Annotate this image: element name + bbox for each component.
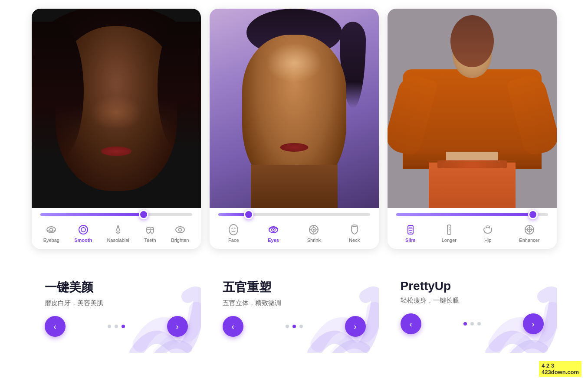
watermark: 4 2 3 423down.com	[539, 361, 581, 377]
card2-icons-row: Face Eyes	[210, 219, 379, 249]
card3-image	[388, 9, 557, 208]
brighten-label: Brighten	[171, 238, 189, 243]
neck-icon	[348, 224, 361, 236]
hip-icon	[482, 224, 494, 236]
card-beauty: Eyebag Smooth Nasolabial	[32, 9, 201, 249]
watermark-line2: 423down.com	[542, 369, 579, 375]
svg-point-12	[273, 229, 274, 231]
card3-slider-thumb[interactable]	[528, 210, 538, 219]
teeth-label: Teeth	[145, 238, 156, 243]
smooth-label: Smooth	[74, 238, 92, 243]
smooth-icon	[77, 224, 89, 236]
feature1-next-btn[interactable]: ›	[167, 316, 188, 337]
svg-point-1	[50, 228, 53, 231]
feature3-title: PrettyUp	[401, 279, 544, 293]
longer-label: Longer	[442, 238, 457, 243]
card1-slider-thumb[interactable]	[139, 210, 148, 219]
face-icon	[227, 224, 240, 236]
slim-icon	[404, 224, 417, 236]
feature3-prev-btn[interactable]: ‹	[401, 313, 421, 334]
feature2-dot-3	[299, 325, 303, 328]
card3-slider-track[interactable]	[396, 213, 548, 216]
svg-point-8	[178, 228, 181, 231]
feature3-dot-1	[463, 322, 467, 326]
svg-point-2	[79, 225, 88, 234]
card3-slider-fill	[396, 213, 533, 216]
feature1-dot-3	[122, 325, 125, 328]
card1-slider-track[interactable]	[40, 213, 192, 216]
feature-card-3: PrettyUp 轻松瘦身，一键长腿 ‹ ›	[388, 266, 557, 353]
card1-slider-area	[32, 208, 201, 219]
svg-point-15	[313, 229, 315, 231]
icon-nasolabial[interactable]: Nasolabial	[107, 224, 129, 243]
cards-row: Eyebag Smooth Nasolabial	[13, 9, 575, 249]
eyebag-icon	[45, 224, 57, 236]
feature3-next-btn[interactable]: ›	[523, 313, 544, 334]
icon-enhancer[interactable]: Enhancer	[519, 224, 539, 243]
brighten-icon	[174, 224, 186, 236]
feature2-subtitle: 五官立体，精致微调	[223, 299, 366, 307]
eyebag-label: Eyebag	[43, 238, 59, 243]
card3-slider-area	[388, 208, 557, 219]
nasolabial-label: Nasolabial	[107, 238, 129, 243]
nasolabial-icon	[112, 224, 124, 236]
hip-label: Hip	[484, 238, 492, 243]
icon-face[interactable]: Face	[227, 224, 240, 243]
icon-teeth[interactable]: Teeth	[144, 224, 156, 243]
icon-slim[interactable]: Slim	[404, 224, 417, 243]
feature3-nav: ‹ ›	[401, 313, 544, 334]
icon-eyebag[interactable]: Eyebag	[43, 224, 59, 243]
feature2-title: 五官重塑	[223, 279, 366, 296]
card1-image	[32, 9, 201, 208]
feature2-dot-2	[292, 325, 296, 328]
feature-card-1: 一键美颜 磨皮白牙，美容美肌 ‹ ›	[32, 266, 201, 353]
longer-icon	[443, 224, 455, 236]
svg-point-9	[229, 225, 238, 235]
neck-label: Neck	[349, 238, 360, 243]
svg-rect-16	[408, 225, 413, 234]
feature2-nav: ‹ ›	[223, 316, 366, 337]
feature1-dot-2	[115, 325, 118, 328]
feature3-dot-3	[477, 322, 481, 326]
feature2-next-btn[interactable]: ›	[345, 316, 366, 337]
card-reshape: Face Eyes	[210, 9, 379, 249]
card2-image	[210, 9, 379, 208]
feature2-dots	[286, 325, 303, 328]
feature1-subtitle: 磨皮白牙，美容美肌	[45, 299, 188, 307]
icon-smooth[interactable]: Smooth	[74, 224, 92, 243]
shrink-icon	[308, 224, 320, 236]
icon-hip[interactable]: Hip	[482, 224, 494, 243]
icon-shrink[interactable]: Shrink	[307, 224, 321, 243]
feature3-subtitle: 轻松瘦身，一键长腿	[401, 296, 544, 305]
card1-icons-row: Eyebag Smooth Nasolabial	[32, 219, 201, 249]
eyes-icon	[267, 224, 279, 236]
card2-slider-thumb[interactable]	[244, 210, 253, 219]
icon-eyes[interactable]: Eyes	[267, 224, 279, 243]
svg-point-3	[81, 228, 85, 232]
features-row: 一键美颜 磨皮白牙，美容美肌 ‹ › 五官重塑 五官立体，精致微调 ‹	[13, 266, 575, 353]
page-container: Eyebag Smooth Nasolabial	[0, 0, 588, 370]
feature1-nav: ‹ ›	[45, 316, 188, 337]
feature1-title: 一键美颜	[45, 279, 188, 296]
feature1-dot-1	[108, 325, 111, 328]
feature2-prev-btn[interactable]: ‹	[223, 316, 243, 337]
svg-point-0	[47, 227, 56, 233]
feature-card-2: 五官重塑 五官立体，精致微调 ‹ ›	[210, 266, 379, 353]
card3-icons-row: Slim Longer	[388, 219, 557, 249]
watermark-line1: 4 2 3	[542, 362, 579, 369]
icon-brighten[interactable]: Brighten	[171, 224, 189, 243]
slim-label: Slim	[405, 238, 415, 243]
enhancer-label: Enhancer	[519, 238, 539, 243]
feature3-dot-2	[470, 322, 474, 326]
enhancer-icon	[523, 224, 535, 236]
feature1-prev-btn[interactable]: ‹	[45, 316, 66, 337]
card-prettyup: Slim Longer	[388, 9, 557, 249]
svg-point-7	[176, 227, 184, 233]
icon-longer[interactable]: Longer	[442, 224, 457, 243]
feature2-dot-1	[286, 325, 289, 328]
card2-slider-track[interactable]	[218, 213, 370, 216]
teeth-icon	[144, 224, 156, 236]
card2-slider-area	[210, 208, 379, 219]
card1-slider-fill	[40, 213, 144, 216]
icon-neck[interactable]: Neck	[348, 224, 361, 243]
